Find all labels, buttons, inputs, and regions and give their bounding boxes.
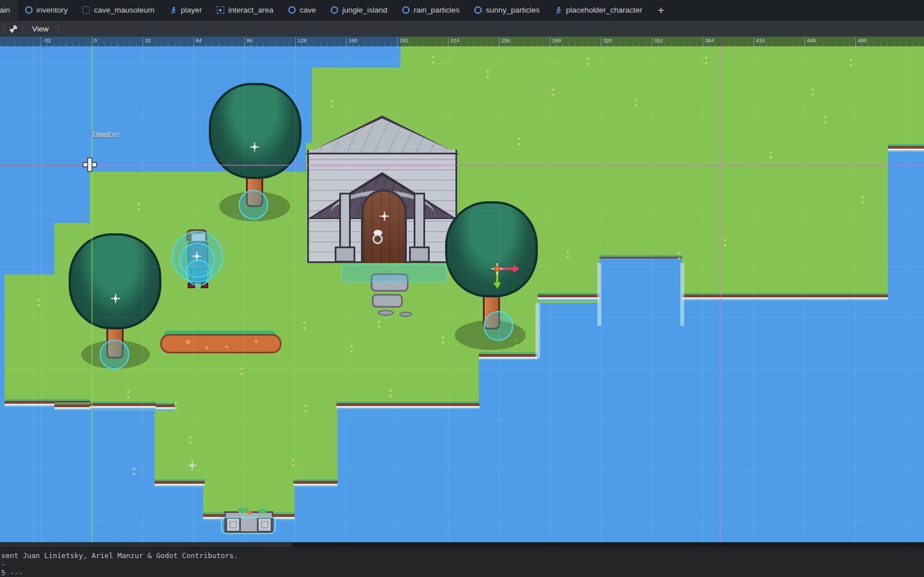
cliff-edge: [682, 293, 888, 301]
tile-label: TilledDirt: [92, 131, 120, 140]
tab-label: interact_area: [228, 6, 273, 14]
ruler-tick: 288: [550, 37, 550, 46]
cliff-edge: [154, 479, 205, 487]
node-origin-marker: [192, 252, 201, 261]
circle-icon: [474, 6, 482, 14]
circle-icon: [402, 6, 410, 14]
scene-tab-cave_mausoleum[interactable]: cave_mausoleum: [75, 0, 162, 20]
ruler-tick: 416: [754, 37, 754, 46]
tab-label: cave: [300, 6, 316, 14]
mausoleum-roof: [308, 118, 457, 153]
tree-canopy: [69, 233, 161, 329]
ruler-tick: 96: [244, 37, 245, 46]
dashed-square-icon: [82, 6, 90, 14]
tab-label: player: [181, 6, 202, 14]
foam: [536, 303, 540, 358]
bone-icon[interactable]: [7, 23, 19, 34]
path-stone: [372, 294, 403, 308]
console-line: sent Juan Linietsky, Ariel Manzur & Godo…: [1, 551, 924, 560]
scene-viewport[interactable]: v vv vv vv vv vv vv vv vv vv vv vv vv vv…: [0, 37, 924, 542]
horizontal-guide[interactable]: [90, 165, 924, 166]
view-menu-button[interactable]: View: [26, 23, 54, 35]
tab-label: jungle_island: [342, 6, 387, 14]
node-origin-marker: [188, 461, 197, 470]
add-scene-button[interactable]: +: [650, 0, 672, 20]
viewport-menu-bar: View: [0, 21, 924, 37]
door-knocker-cap: [374, 230, 382, 236]
tab-label: sunny_particles: [486, 6, 540, 14]
tree-collision-circle: [239, 190, 268, 220]
tab-label: placeholder_character: [566, 6, 643, 14]
output-console: sent Juan Linietsky, Ariel Manzur & Godo…: [0, 547, 924, 577]
scene-tab-interact_area[interactable]: interact_area: [209, 0, 281, 20]
node-origin-marker: [250, 142, 259, 152]
ruler-minor-ticks: [0, 43, 924, 46]
scene-tab-placeholder_character[interactable]: placeholder_character: [547, 0, 650, 20]
gizmo-origin-dot[interactable]: [494, 266, 500, 272]
island-grass: [154, 409, 338, 483]
node-origin-marker: [111, 294, 120, 303]
scene-tab-inventory[interactable]: inventory: [18, 0, 76, 20]
dock-selection-outline: [221, 517, 276, 534]
scene-tab-rain_particles[interactable]: rain_particles: [395, 0, 467, 20]
ruler-tick: 256: [499, 37, 499, 46]
tab-label: rain_particles: [414, 6, 459, 14]
ruler-tick: 0: [92, 37, 92, 46]
circle-icon: [288, 6, 296, 14]
x-axis-line: [0, 165, 90, 166]
ruler-tick: -32: [41, 37, 41, 46]
tree-collision-circle: [100, 340, 129, 369]
tilled-dirt-patch[interactable]: [160, 334, 281, 353]
scene-tab-cave[interactable]: cave: [281, 0, 324, 20]
transform-gizmo[interactable]: [483, 255, 520, 292]
grass-field: [888, 37, 924, 149]
interact-area-highlight[interactable]: [342, 264, 446, 282]
dock-moss: [259, 509, 267, 514]
y-axis-line: [92, 37, 93, 542]
foam: [597, 263, 601, 326]
separator: [22, 23, 23, 34]
water-inlet: [600, 258, 682, 335]
stone-dock[interactable]: [221, 506, 277, 533]
ruler-tick: 64: [193, 37, 194, 46]
ruler-tick: 352: [652, 37, 652, 46]
cliff-edge: [479, 352, 538, 360]
cliff-edge: [294, 479, 338, 487]
console-line: 5 ---: [1, 568, 924, 577]
vertical-guide[interactable]: [720, 37, 721, 542]
mausoleum-building[interactable]: [306, 117, 458, 263]
horizontal-scrollbar[interactable]: [0, 542, 924, 547]
scene-tab-jungle_island[interactable]: jungle_island: [323, 0, 395, 20]
cliff-edge: [336, 401, 479, 409]
tab-label: inventory: [37, 6, 68, 14]
ruler-tick: 128: [295, 37, 296, 46]
gizmo-y-arrowhead: [493, 282, 501, 289]
separator: [3, 23, 4, 34]
cliff-edge: [90, 401, 156, 409]
ruler-tick: 320: [601, 37, 601, 46]
console-line: -: [1, 560, 924, 568]
top-ruler[interactable]: -320326496128160192224256288320352384416…: [0, 37, 924, 46]
pillar-base: [335, 246, 355, 262]
mausoleum-door[interactable]: [361, 189, 407, 263]
gizmo-x-arrowhead: [513, 265, 519, 273]
scrollbar-thumb[interactable]: [292, 543, 924, 547]
ruler-tick: 32: [142, 37, 143, 46]
ruler-tick: 480: [855, 37, 856, 46]
scene-tab-player[interactable]: player: [162, 0, 209, 20]
player-collision-circle: [185, 260, 212, 286]
cliff-edge: [538, 293, 600, 301]
ruler-tick: 224: [448, 37, 449, 46]
scene-tab-rain[interactable]: rain: [0, 0, 18, 20]
tab-label: cave_mausoleum: [94, 6, 154, 14]
tab-label: rain: [0, 6, 10, 14]
circle-icon: [331, 6, 338, 14]
foam: [680, 263, 684, 326]
ruler-tick: 384: [703, 37, 703, 46]
ruler-tick: 192: [397, 37, 398, 46]
cliff-edge: [888, 144, 924, 152]
scene-tab-sunny_particles[interactable]: sunny_particles: [467, 0, 547, 20]
path-pebble: [399, 312, 412, 317]
person-icon: [554, 6, 562, 14]
dock-moss: [247, 511, 252, 514]
